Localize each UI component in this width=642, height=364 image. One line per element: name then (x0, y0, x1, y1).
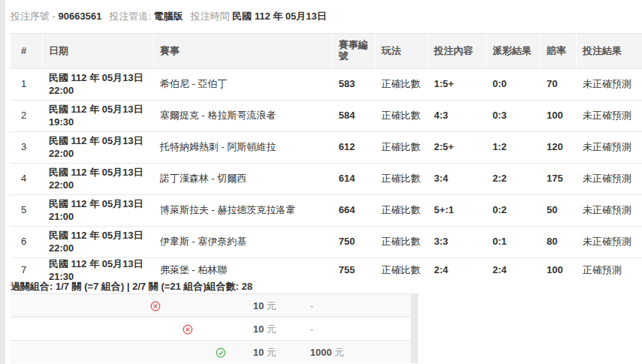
row-payout-result: 2:4 (487, 264, 541, 277)
table-row: 4 民國 112 年 05月13日22:00 諾丁漢森林 - 切爾西 614 正… (11, 163, 642, 194)
row-payout-result: 1:2 (487, 141, 541, 154)
row-payout-result: 0:3 (487, 110, 541, 122)
combo-payout: 1000 元 (310, 341, 345, 364)
row-match: 弗萊堡 - 柏林聯 (154, 264, 333, 277)
combo-stake: 10 元 (253, 341, 276, 364)
row-index: 6 (11, 236, 43, 248)
row-match: 希伯尼 - 亞伯丁 (154, 78, 333, 91)
combo-stake: 10 元 (253, 294, 276, 317)
table-row: 2 民國 112 年 05月13日19:30 塞爾提克 - 格拉斯哥流浪者 58… (11, 100, 642, 131)
row-payout-result: 0:2 (487, 204, 541, 217)
row-event-no: 614 (333, 173, 375, 185)
bet-time-label: 投注時間 (191, 11, 230, 22)
row-match: 托特納姆熱刺 - 阿斯頓維拉 (154, 141, 333, 154)
parlay-summary: 過關組合: 1/7 關 (=7 組合) | 2/7 關 (=21 組合)組合數:… (11, 281, 642, 293)
row-bet-content: 5+:1 (428, 204, 487, 217)
row-date: 民國 112 年 05月13日19:30 (43, 104, 154, 129)
row-date: 民國 112 年 05月13日21:30 (43, 258, 154, 284)
row-index: 5 (11, 204, 43, 217)
serial-value: 90663561 (59, 11, 102, 22)
row-odds: 100 (541, 110, 577, 122)
row-event-no: 584 (333, 110, 375, 122)
circle-x-icon (182, 317, 193, 341)
row-payout-result: 0:0 (487, 78, 541, 91)
row-bet-content: 2:5+ (428, 141, 487, 154)
col-header-index: # (11, 34, 43, 68)
row-play: 正確比數 (375, 173, 428, 185)
row-index: 2 (11, 110, 43, 122)
row-event-no: 750 (333, 236, 375, 248)
table-row: 7 民國 112 年 05月13日21:30 弗萊堡 - 柏林聯 755 正確比… (11, 257, 642, 281)
row-bet-content: 4:3 (428, 110, 487, 122)
row-bet-content: 2:4 (428, 264, 487, 277)
combo-stake: 10 元 (253, 317, 276, 341)
row-bet-result: 未正確預測 (577, 236, 642, 248)
combinations-table: 10 元 - 10 元 - 10 元 1000 元 (11, 293, 642, 363)
row-match: 諾丁漢森林 - 切爾西 (154, 173, 333, 185)
col-header-bet-result: 投注結果 (577, 34, 642, 68)
col-header-bet-content: 投注內容 (428, 34, 487, 68)
row-bet-result: 未正確預測 (577, 173, 642, 185)
row-bet-result: 未正確預測 (577, 78, 642, 91)
row-date: 民國 112 年 05月13日22:00 (43, 230, 154, 255)
bet-info-bar: 投注序號 - 90663561 投注管道: 電腦版 投注時間 民國 112 年 … (11, 0, 642, 34)
table-row: 3 民國 112 年 05月13日22:00 托特納姆熱刺 - 阿斯頓維拉 61… (11, 131, 642, 163)
row-odds: 120 (541, 141, 577, 154)
row-event-no: 612 (333, 141, 375, 154)
row-bet-result: 未正確預測 (577, 204, 642, 217)
table-header-row: # 日期 賽事 賽事編號 玩法 投注內容 派彩結果 賠率 投注結果 (11, 34, 642, 68)
row-odds: 175 (541, 173, 577, 185)
row-play: 正確比數 (375, 264, 428, 277)
table-row: 5 民國 112 年 05月13日21:00 博萊斯拉夫 - 赫拉德茨克拉洛韋 … (11, 194, 642, 226)
col-header-play: 玩法 (375, 34, 428, 68)
bet-legs-table: # 日期 賽事 賽事編號 玩法 投注內容 派彩結果 賠率 投注結果 1 民國 1… (11, 34, 642, 281)
row-bet-result: 正確預測 (577, 264, 642, 277)
channel-value: 電腦版 (154, 11, 183, 22)
circle-check-icon (216, 341, 226, 364)
col-header-match: 賽事 (154, 34, 333, 68)
row-date: 民國 112 年 05月13日21:00 (43, 198, 154, 224)
row-index: 3 (11, 141, 43, 154)
row-index: 7 (11, 264, 43, 277)
serial-label: 投注序號 - (11, 11, 56, 22)
row-event-no: 664 (333, 204, 375, 217)
row-play: 正確比數 (375, 236, 428, 248)
row-bet-content: 3:4 (428, 173, 487, 185)
col-header-event-no: 賽事編號 (333, 34, 375, 68)
col-header-date: 日期 (43, 34, 154, 68)
combo-count-value: 28 (242, 281, 252, 292)
row-date: 民國 112 年 05月13日22:00 (43, 135, 154, 161)
row-play: 正確比數 (375, 78, 428, 91)
row-bet-result: 未正確預測 (577, 110, 642, 122)
row-event-no: 755 (333, 264, 375, 277)
row-index: 4 (11, 173, 43, 185)
row-bet-result: 未正確預測 (577, 141, 642, 154)
combos-scrollbar[interactable] (411, 293, 418, 363)
row-bet-content: 1:5+ (428, 78, 487, 91)
col-header-odds: 賠率 (541, 34, 577, 68)
combo-row: 10 元 - (11, 317, 411, 340)
row-play: 正確比數 (375, 204, 428, 217)
row-event-no: 583 (333, 78, 375, 91)
row-index: 1 (11, 78, 43, 91)
row-odds: 100 (541, 264, 577, 277)
row-payout-result: 0:1 (487, 236, 541, 248)
row-payout-result: 2:2 (487, 173, 541, 185)
combo-payout: - (310, 294, 313, 317)
parlay-summary-label: 過關組合: (11, 281, 53, 292)
row-odds: 70 (541, 78, 577, 91)
row-play: 正確比數 (375, 110, 428, 122)
row-odds: 50 (541, 204, 577, 217)
parlay-summary-value: 1/7 關 (=7 組合) | 2/7 關 (=21 組合) (56, 281, 206, 292)
combo-count-label: 組合數: (206, 281, 239, 292)
row-match: 伊韋斯 - 塞伊奈約基 (154, 236, 333, 248)
combo-row: 10 元 1000 元 (11, 340, 411, 363)
row-date: 民國 112 年 05月13日22:00 (43, 167, 154, 192)
combo-row: 10 元 - (11, 293, 411, 317)
row-play: 正確比數 (375, 141, 428, 154)
row-match: 塞爾提克 - 格拉斯哥流浪者 (154, 110, 333, 122)
circle-x-icon (150, 294, 161, 317)
row-date: 民國 112 年 05月13日22:00 (43, 72, 154, 98)
channel-label: 投注管道: (109, 11, 151, 22)
left-edge-strip (0, 0, 5, 364)
